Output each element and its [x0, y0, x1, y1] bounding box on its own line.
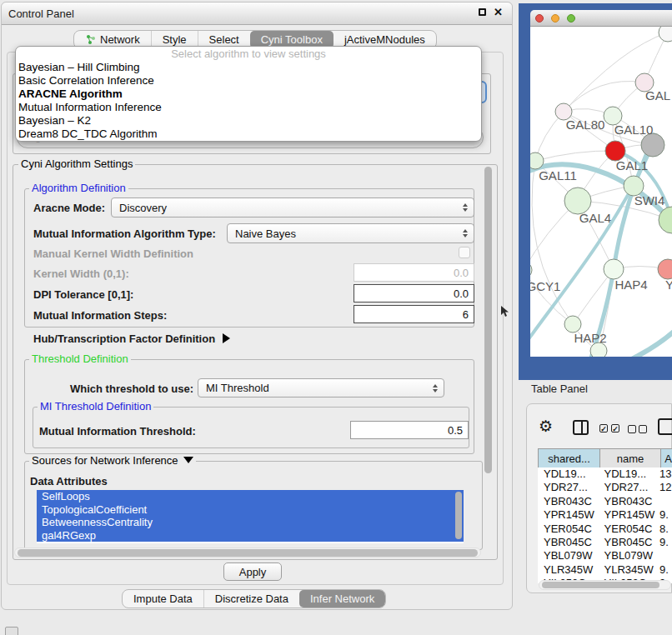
- table-cell: YPR145W: [538, 508, 599, 522]
- table-cell: YDL19...: [599, 468, 659, 481]
- tab-impute-data[interactable]: Impute Data: [123, 590, 203, 608]
- network-edge[interactable]: [532, 161, 573, 324]
- manual-kernel-label: Manual Kernel Width Definition: [33, 248, 193, 260]
- table-row[interactable]: YLR345WYLR345W9.: [538, 563, 672, 577]
- uncheck-all-icon[interactable]: [639, 425, 647, 433]
- dpi-tolerance-label: DPI Tolerance [0,1]:: [33, 288, 133, 301]
- tab-label: Discretize Data: [215, 592, 288, 605]
- tab-label: Cyni Toolbox: [261, 33, 323, 46]
- data-attributes-list[interactable]: SelfLoopsTopologicalCoefficientBetweenne…: [37, 490, 464, 543]
- node-label-y: Y: [665, 278, 672, 292]
- attribute-item-betweennesscentrality[interactable]: BetweennessCentrality: [37, 516, 464, 529]
- mi-steps-field[interactable]: 6: [354, 305, 474, 323]
- table-row[interactable]: YBR043CYBR043C: [538, 495, 672, 508]
- manual-kernel-checkbox[interactable]: [459, 247, 470, 258]
- apply-button[interactable]: Apply: [223, 562, 282, 581]
- table-cell: YPR145W: [599, 508, 659, 522]
- settings-hscroll-thumb[interactable]: [18, 549, 478, 557]
- aracne-mode-value: Discovery: [112, 202, 459, 214]
- dropdown-item-mutual-information-inference[interactable]: Mutual Information Inference: [16, 101, 481, 114]
- aracne-mode-combo[interactable]: Discovery: [111, 198, 474, 218]
- table-row[interactable]: YBL079WYBL079W: [538, 549, 672, 562]
- mi-threshold-field[interactable]: 0.5: [350, 421, 469, 439]
- tab-label: Style: [163, 33, 187, 46]
- table-row[interactable]: YPR145WYPR145W9.: [538, 508, 672, 522]
- table-cell: YBR045C: [538, 536, 599, 549]
- node-label-swi4: SWI4: [634, 193, 665, 208]
- combo-arrows-icon: [459, 203, 471, 212]
- tab-discretize-data[interactable]: Discretize Data: [203, 590, 299, 608]
- control-panel-titlebar[interactable]: [2, 2, 512, 25]
- kernel-width-field[interactable]: 0.0: [354, 263, 474, 282]
- combo-arrows-icon: [459, 229, 471, 238]
- check-all-icon[interactable]: ✓: [611, 424, 619, 432]
- network-icon: [85, 34, 96, 45]
- column-header-name[interactable]: name: [599, 448, 661, 469]
- window-zoom-button[interactable]: [567, 14, 575, 22]
- dpi-tolerance-field[interactable]: 0.0: [354, 284, 474, 302]
- sources-group-title[interactable]: Sources for Network Inference: [29, 454, 196, 467]
- dropdown-item-aracne-algorithm[interactable]: ARACNE Algorithm: [16, 88, 481, 101]
- attribute-item-topologicalcoefficient[interactable]: TopologicalCoefficient: [37, 503, 464, 517]
- network-node-gcy1[interactable]: [530, 262, 532, 278]
- settings-vertical-scrollbar[interactable]: [484, 167, 492, 473]
- attribute-item-selfloops[interactable]: SelfLoops: [37, 490, 464, 503]
- algorithm-dropdown-popup: Select algorithm to view settings Bayesi…: [15, 46, 482, 142]
- tab-infer-network[interactable]: Infer Network: [299, 590, 385, 608]
- split-columns-icon[interactable]: [573, 420, 589, 435]
- mi-threshold-label: Mutual Information Threshold:: [39, 425, 196, 438]
- window-minimize-button[interactable]: [551, 14, 559, 22]
- tab-label: Network: [100, 33, 140, 46]
- mi-type-combo[interactable]: Naive Bayes: [227, 223, 474, 243]
- dropdown-item-dream8-dc-tdc-algorithm[interactable]: Dream8 DC_TDC Algorithm: [16, 128, 481, 141]
- network-edge[interactable]: [564, 81, 644, 112]
- attributes-scrollbar[interactable]: [455, 492, 462, 539]
- network-node-hap4[interactable]: [604, 259, 624, 279]
- table-cell: 12: [658, 481, 672, 494]
- mi-threshold-group-title: MI Threshold Definition: [38, 400, 153, 412]
- dropdown-item-bayesian-k2[interactable]: Bayesian – K2: [16, 114, 481, 128]
- node-label-gal4: GAL4: [579, 211, 611, 225]
- network-node-hap2[interactable]: [564, 316, 581, 332]
- column-header-shared[interactable]: shared...: [538, 448, 600, 469]
- column-header-a[interactable]: A: [660, 448, 672, 469]
- table-rows: YDL19...YDL19...13YDR27...YDR27...12YBR0…: [538, 468, 672, 583]
- which-threshold-combo[interactable]: MI Threshold: [198, 378, 444, 398]
- table-cell: YBL079W: [599, 549, 659, 562]
- close-icon[interactable]: ✕: [494, 6, 503, 18]
- mi-type-value: Naive Bayes: [228, 228, 459, 240]
- aracne-mode-label: Aracne Mode:: [33, 202, 105, 214]
- check-all-icon[interactable]: ✓: [599, 424, 608, 432]
- table-row[interactable]: YER054CYER054C8.: [538, 522, 672, 536]
- table-cell: YER054C: [599, 522, 659, 536]
- dropdown-item-bayesian-hill-climbing[interactable]: Bayesian – Hill Climbing: [16, 61, 481, 74]
- which-threshold-value: MI Threshold: [198, 382, 429, 394]
- network-canvas[interactable]: GALGAL80GAL10GAL1GAL11SWI4GAL4HAP4YGCY1H…: [530, 27, 672, 357]
- table-row[interactable]: YDR27...YDR27...12: [538, 481, 672, 494]
- uncheck-all-icon[interactable]: [628, 425, 636, 433]
- network-node-y[interactable]: [658, 259, 672, 279]
- table-row[interactable]: YDL19...YDL19...13: [538, 468, 672, 481]
- table-row[interactable]: YBR045CYBR045C9.: [538, 536, 672, 549]
- node-label-gcy1: GCY1: [530, 279, 560, 293]
- gear-icon[interactable]: ⚙: [539, 417, 553, 436]
- tab-label: Infer Network: [310, 592, 374, 605]
- dropdown-item-basic-correlation-inference[interactable]: Basic Correlation Inference: [16, 74, 481, 88]
- table-hscroll-thumb[interactable]: [542, 582, 659, 588]
- window-close-button[interactable]: [535, 14, 544, 22]
- network-node[interactable]: [641, 133, 664, 157]
- app-root: Control Panel ✕ NetworkStyleSelectCyni T…: [0, 0, 672, 635]
- float-window-icon[interactable]: [479, 8, 486, 16]
- hub-definition-toggle[interactable]: Hub/Transcription Factor Definition: [33, 332, 230, 345]
- attribute-item-gal4rgexp[interactable]: gal4RGexp: [37, 529, 464, 542]
- table-cell: YDL19...: [538, 468, 599, 481]
- panel-icon[interactable]: [658, 418, 672, 435]
- network-node-gal11[interactable]: [530, 152, 544, 169]
- network-edge[interactable]: [530, 270, 573, 324]
- corner-button[interactable]: [5, 627, 18, 635]
- network-edge[interactable]: [535, 151, 615, 161]
- table-cell: YLR345W: [538, 563, 599, 577]
- table-cell: YLR345W: [599, 563, 659, 577]
- table-panel-title: Table Panel: [531, 382, 588, 395]
- network-node[interactable]: [659, 27, 672, 42]
